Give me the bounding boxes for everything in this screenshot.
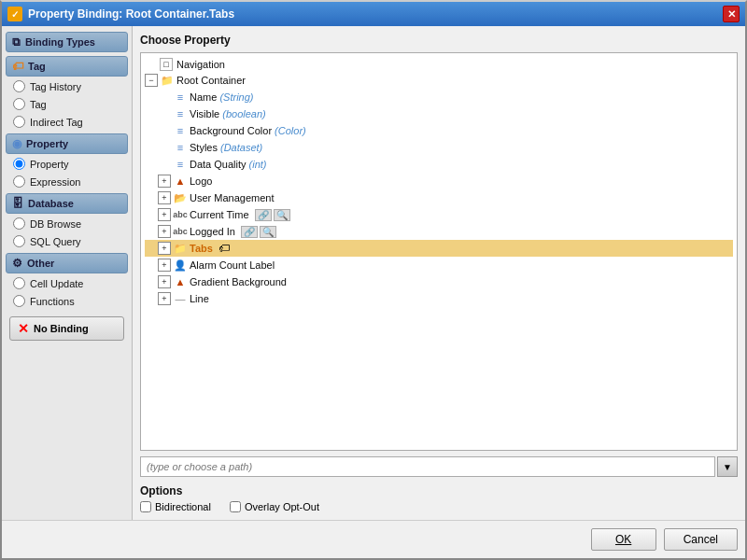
tree-row-tabs[interactable]: + 📁 Tabs 🏷 xyxy=(145,240,733,257)
doc-icon-bgcolor: ≡ xyxy=(173,123,188,138)
tree-row-root-container[interactable]: − 📁 Root Container xyxy=(145,72,733,89)
ok-button[interactable]: OK xyxy=(591,528,656,551)
radio-sql-query[interactable] xyxy=(13,235,25,247)
triangle-icon-gradient: ▲ xyxy=(173,274,188,289)
bidirectional-checkbox[interactable] xyxy=(140,501,151,512)
tree-row-visible[interactable]: ≡ Visible (boolean) xyxy=(145,105,733,122)
tree-row-user-mgmt[interactable]: + 📂 User Management xyxy=(145,189,733,206)
bgcolor-label: Background Color (Color) xyxy=(190,125,306,136)
main-area: Choose Property □ Navigation − 📁 Root Co… xyxy=(133,26,745,520)
path-input[interactable] xyxy=(140,456,715,477)
database-icon: 🗄 xyxy=(12,197,23,210)
overlay-opt-out-checkbox[interactable] xyxy=(230,501,241,512)
overlay-opt-out-option[interactable]: Overlay Opt-Out xyxy=(230,501,319,512)
radio-functions[interactable] xyxy=(13,295,25,307)
no-binding-button[interactable]: ✕ No Binding xyxy=(9,316,124,341)
currenttime-label: Current Time xyxy=(190,209,249,220)
folder-icon-root: 📁 xyxy=(160,73,175,88)
sidebar-item-indirect-tag[interactable]: Indirect Tag xyxy=(6,114,128,130)
other-section-header: ⚙ Other xyxy=(6,253,128,273)
tree-row-data-quality[interactable]: ≡ Data Quality (int) xyxy=(145,156,733,173)
window-title: Property Binding: Root Container.Tabs xyxy=(28,7,234,21)
no-binding-icon: ✕ xyxy=(18,321,29,336)
sidebar-item-sql-query[interactable]: SQL Query xyxy=(6,233,128,249)
expand-gradientbg[interactable]: + xyxy=(158,275,171,288)
expand-line[interactable]: + xyxy=(158,292,171,305)
label-icon-loggedin: abc xyxy=(173,224,188,239)
title-bar-left: ✓ Property Binding: Root Container.Tabs xyxy=(7,7,234,21)
tree-row-name[interactable]: ≡ Name (String) xyxy=(145,89,733,105)
property-section-header: ◉ Property xyxy=(6,133,128,154)
dataquality-label: Data Quality (int) xyxy=(190,159,267,170)
tag-icon: 🏷 xyxy=(12,60,23,73)
link-icon-currenttime: 🔗 xyxy=(255,209,272,221)
expand-loggedin[interactable]: + xyxy=(158,225,171,238)
sidebar-item-property[interactable]: Property xyxy=(6,156,128,172)
doc-icon-name: ≡ xyxy=(173,90,188,105)
sidebar-item-tag[interactable]: Tag xyxy=(6,96,128,112)
tree-row-logged-in[interactable]: + abc Logged In 🔗 🔍 xyxy=(145,223,733,240)
tree-row-alarm-count[interactable]: + 👤 Alarm Count Label xyxy=(145,257,733,273)
tabs-label: Tabs xyxy=(190,243,213,254)
dash-icon-line: — xyxy=(173,291,188,306)
tree-row-navigation[interactable]: □ Navigation xyxy=(145,57,733,72)
doc-icon-visible: ≡ xyxy=(173,106,188,121)
radio-cell-update[interactable] xyxy=(13,277,25,289)
root-container-label: Root Container xyxy=(176,75,246,86)
options-row: Bidirectional Overlay Opt-Out xyxy=(140,501,738,512)
tree-row-current-time[interactable]: + abc Current Time 🔗 🔍 xyxy=(145,206,733,223)
tree-row-logo[interactable]: + ▲ Logo xyxy=(145,173,733,189)
radio-property[interactable] xyxy=(13,158,25,170)
expand-logo[interactable]: + xyxy=(158,175,171,188)
doc-icon-styles: ≡ xyxy=(173,140,188,155)
content-area: ⧉ Binding Types 🏷 Tag Tag History Tag In… xyxy=(2,26,745,520)
radio-expression[interactable] xyxy=(13,175,25,188)
tag-section-header: 🏷 Tag xyxy=(6,56,128,77)
loggedin-label: Logged In xyxy=(190,226,235,237)
expand-usermgmt[interactable]: + xyxy=(158,191,171,204)
expand-alarmcount[interactable]: + xyxy=(158,259,171,272)
person-icon-alarm: 👤 xyxy=(173,258,188,273)
title-bar: ✓ Property Binding: Root Container.Tabs … xyxy=(2,2,745,26)
tree-container[interactable]: □ Navigation − 📁 Root Container ≡ Name (… xyxy=(140,52,738,451)
cancel-button[interactable]: Cancel xyxy=(664,528,738,551)
visible-label: Visible (boolean) xyxy=(190,108,266,119)
tree-row-gradient-bg[interactable]: + ▲ Gradient Background xyxy=(145,273,733,290)
sidebar-item-tag-history[interactable]: Tag History xyxy=(6,78,128,94)
sidebar-item-expression[interactable]: Expression xyxy=(6,174,128,189)
expand-tabs[interactable]: + xyxy=(158,242,171,255)
link-icon-loggedin: 🔗 xyxy=(241,226,258,238)
expand-currenttime[interactable]: + xyxy=(158,208,171,221)
expand-root[interactable]: − xyxy=(145,74,158,87)
sidebar-item-cell-update[interactable]: Cell Update xyxy=(6,275,128,291)
alarmcount-label: Alarm Count Label xyxy=(190,259,275,271)
bidirectional-option[interactable]: Bidirectional xyxy=(140,501,211,512)
binding-types-header: ⧉ Binding Types xyxy=(6,32,128,52)
bottom-buttons: OK Cancel xyxy=(2,520,745,558)
folder-icon-usermgmt: 📂 xyxy=(173,190,188,205)
radio-indirect-tag[interactable] xyxy=(13,116,25,128)
radio-db-browse[interactable] xyxy=(13,217,25,230)
path-dropdown-button[interactable]: ▼ xyxy=(717,456,738,477)
tree-row-background-color[interactable]: ≡ Background Color (Color) xyxy=(145,122,733,139)
tree-row-styles[interactable]: ≡ Styles (Dataset) xyxy=(145,139,733,156)
doc-icon-dataquality: ≡ xyxy=(173,157,188,172)
property-icon: ◉ xyxy=(12,137,21,150)
tree-row-line[interactable]: + — Line xyxy=(145,290,733,307)
choose-property-label: Choose Property xyxy=(140,34,738,47)
folder-icon-tabs: 📁 xyxy=(173,241,188,256)
sidebar-item-functions[interactable]: Functions xyxy=(6,293,128,309)
radio-tag-history[interactable] xyxy=(13,80,25,92)
close-button[interactable]: ✕ xyxy=(723,6,740,22)
sidebar-item-db-browse[interactable]: DB Browse xyxy=(6,216,128,231)
radio-tag[interactable] xyxy=(13,98,25,110)
options-section: Options Bidirectional Overlay Opt-Out xyxy=(140,484,738,512)
label-icon-currenttime: abc xyxy=(173,207,188,222)
nav-label: Navigation xyxy=(176,59,225,70)
name-label: Name (String) xyxy=(190,91,253,103)
logo-label: Logo xyxy=(190,175,212,187)
database-section-header: 🗄 Database xyxy=(6,193,128,214)
path-input-row: ▼ xyxy=(140,456,738,477)
usermgmt-label: User Management xyxy=(190,192,275,203)
title-icon: ✓ xyxy=(7,7,22,21)
